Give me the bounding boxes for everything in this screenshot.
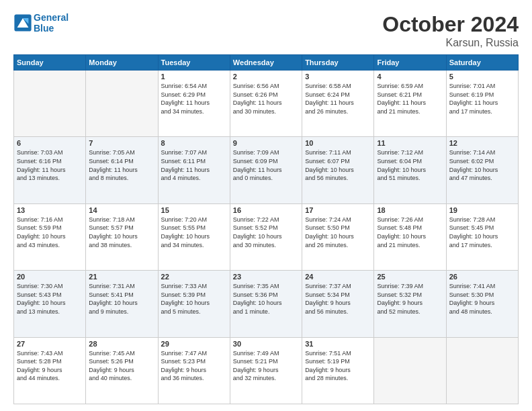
calendar-cell: 18Sunrise: 7:26 AM Sunset: 5:48 PM Dayli…: [374, 203, 446, 270]
calendar-cell: 31Sunrise: 7:51 AM Sunset: 5:19 PM Dayli…: [302, 337, 374, 404]
calendar-cell: 20Sunrise: 7:30 AM Sunset: 5:43 PM Dayli…: [14, 271, 86, 337]
weekday-saturday: Saturday: [446, 55, 518, 71]
calendar-cell: 22Sunrise: 7:33 AM Sunset: 5:39 PM Dayli…: [158, 271, 230, 337]
calendar-cell: 8Sunrise: 7:07 AM Sunset: 6:11 PM Daylig…: [158, 137, 230, 203]
day-info: Sunrise: 7:12 AM Sunset: 6:04 PM Dayligh…: [377, 148, 443, 182]
day-info: Sunrise: 7:30 AM Sunset: 5:43 PM Dayligh…: [17, 282, 83, 316]
day-info: Sunrise: 7:16 AM Sunset: 5:59 PM Dayligh…: [17, 216, 83, 249]
day-info: Sunrise: 7:43 AM Sunset: 5:28 PM Dayligh…: [17, 349, 83, 383]
week-row-4: 20Sunrise: 7:30 AM Sunset: 5:43 PM Dayli…: [14, 271, 519, 337]
day-info: Sunrise: 7:03 AM Sunset: 6:16 PM Dayligh…: [17, 148, 83, 182]
calendar-cell: [14, 71, 86, 137]
day-info: Sunrise: 7:37 AM Sunset: 5:34 PM Dayligh…: [305, 282, 371, 316]
logo: General Blue: [13, 12, 69, 34]
calendar-cell: 17Sunrise: 7:24 AM Sunset: 5:50 PM Dayli…: [302, 203, 374, 270]
calendar-cell: 11Sunrise: 7:12 AM Sunset: 6:04 PM Dayli…: [374, 137, 446, 203]
day-number: 9: [233, 139, 299, 147]
week-row-5: 27Sunrise: 7:43 AM Sunset: 5:28 PM Dayli…: [14, 337, 519, 404]
calendar-cell: 28Sunrise: 7:45 AM Sunset: 5:26 PM Dayli…: [86, 337, 158, 404]
day-info: Sunrise: 7:20 AM Sunset: 5:55 PM Dayligh…: [161, 216, 227, 249]
day-number: 24: [305, 273, 371, 281]
calendar-cell: 16Sunrise: 7:22 AM Sunset: 5:52 PM Dayli…: [230, 203, 302, 270]
day-number: 14: [89, 206, 154, 214]
calendar-cell: 21Sunrise: 7:31 AM Sunset: 5:41 PM Dayli…: [86, 271, 158, 337]
calendar-cell: 10Sunrise: 7:11 AM Sunset: 6:07 PM Dayli…: [302, 137, 374, 203]
day-number: 21: [89, 273, 154, 281]
day-number: 17: [305, 206, 371, 214]
day-info: Sunrise: 7:05 AM Sunset: 6:14 PM Dayligh…: [89, 148, 154, 182]
day-number: 6: [17, 139, 83, 147]
weekday-thursday: Thursday: [302, 55, 374, 71]
calendar-cell: 14Sunrise: 7:18 AM Sunset: 5:57 PM Dayli…: [86, 203, 158, 270]
logo-text: General Blue: [34, 12, 69, 34]
day-info: Sunrise: 7:09 AM Sunset: 6:09 PM Dayligh…: [233, 148, 299, 182]
subtitle: Karsun, Russia: [382, 37, 519, 49]
calendar-cell: 27Sunrise: 7:43 AM Sunset: 5:28 PM Dayli…: [14, 337, 86, 404]
calendar-cell: 3Sunrise: 6:58 AM Sunset: 6:24 PM Daylig…: [302, 71, 374, 137]
page: General Blue October 2024 Karsun, Russia…: [0, 0, 532, 411]
day-info: Sunrise: 7:31 AM Sunset: 5:41 PM Dayligh…: [89, 282, 154, 316]
calendar-cell: 15Sunrise: 7:20 AM Sunset: 5:55 PM Dayli…: [158, 203, 230, 270]
calendar-cell: [446, 337, 518, 404]
day-info: Sunrise: 7:47 AM Sunset: 5:23 PM Dayligh…: [161, 349, 227, 383]
weekday-monday: Monday: [86, 55, 158, 71]
calendar-cell: 6Sunrise: 7:03 AM Sunset: 6:16 PM Daylig…: [14, 137, 86, 203]
day-info: Sunrise: 7:01 AM Sunset: 6:19 PM Dayligh…: [449, 82, 515, 116]
weekday-header-row: SundayMondayTuesdayWednesdayThursdayFrid…: [14, 55, 519, 71]
day-number: 3: [305, 73, 371, 81]
day-number: 29: [161, 340, 227, 348]
day-number: 11: [377, 139, 443, 147]
calendar-cell: 29Sunrise: 7:47 AM Sunset: 5:23 PM Dayli…: [158, 337, 230, 404]
calendar-cell: [86, 71, 158, 137]
day-info: Sunrise: 7:18 AM Sunset: 5:57 PM Dayligh…: [89, 216, 154, 249]
weekday-tuesday: Tuesday: [158, 55, 230, 71]
week-row-1: 1Sunrise: 6:54 AM Sunset: 6:29 PM Daylig…: [14, 71, 519, 137]
day-info: Sunrise: 7:35 AM Sunset: 5:36 PM Dayligh…: [233, 282, 299, 316]
weekday-sunday: Sunday: [14, 55, 86, 71]
day-info: Sunrise: 7:45 AM Sunset: 5:26 PM Dayligh…: [89, 349, 154, 383]
calendar-cell: 1Sunrise: 6:54 AM Sunset: 6:29 PM Daylig…: [158, 71, 230, 137]
day-info: Sunrise: 7:33 AM Sunset: 5:39 PM Dayligh…: [161, 282, 227, 316]
main-title: October 2024: [382, 12, 519, 37]
day-info: Sunrise: 7:24 AM Sunset: 5:50 PM Dayligh…: [305, 216, 371, 249]
day-number: 18: [377, 206, 443, 214]
weekday-wednesday: Wednesday: [230, 55, 302, 71]
day-info: Sunrise: 7:39 AM Sunset: 5:32 PM Dayligh…: [377, 282, 443, 316]
day-number: 7: [89, 139, 154, 147]
calendar-cell: [374, 337, 446, 404]
day-info: Sunrise: 7:11 AM Sunset: 6:07 PM Dayligh…: [305, 148, 371, 182]
calendar-cell: 7Sunrise: 7:05 AM Sunset: 6:14 PM Daylig…: [86, 137, 158, 203]
calendar-cell: 30Sunrise: 7:49 AM Sunset: 5:21 PM Dayli…: [230, 337, 302, 404]
calendar-cell: 19Sunrise: 7:28 AM Sunset: 5:45 PM Dayli…: [446, 203, 518, 270]
day-number: 31: [305, 340, 371, 348]
day-number: 30: [233, 340, 299, 348]
day-number: 4: [377, 73, 443, 81]
day-info: Sunrise: 7:14 AM Sunset: 6:02 PM Dayligh…: [449, 148, 515, 182]
calendar-cell: 23Sunrise: 7:35 AM Sunset: 5:36 PM Dayli…: [230, 271, 302, 337]
day-number: 19: [449, 206, 515, 214]
day-number: 20: [17, 273, 83, 281]
day-number: 15: [161, 206, 227, 214]
day-number: 10: [305, 139, 371, 147]
calendar-cell: 5Sunrise: 7:01 AM Sunset: 6:19 PM Daylig…: [446, 71, 518, 137]
calendar-cell: 2Sunrise: 6:56 AM Sunset: 6:26 PM Daylig…: [230, 71, 302, 137]
day-info: Sunrise: 7:28 AM Sunset: 5:45 PM Dayligh…: [449, 216, 515, 249]
day-number: 5: [449, 73, 515, 81]
day-info: Sunrise: 7:22 AM Sunset: 5:52 PM Dayligh…: [233, 216, 299, 249]
day-number: 2: [233, 73, 299, 81]
day-info: Sunrise: 7:51 AM Sunset: 5:19 PM Dayligh…: [305, 349, 371, 383]
day-info: Sunrise: 6:59 AM Sunset: 6:21 PM Dayligh…: [377, 82, 443, 116]
calendar-cell: 26Sunrise: 7:41 AM Sunset: 5:30 PM Dayli…: [446, 271, 518, 337]
day-info: Sunrise: 6:54 AM Sunset: 6:29 PM Dayligh…: [161, 82, 227, 116]
day-number: 27: [17, 340, 83, 348]
weekday-friday: Friday: [374, 55, 446, 71]
calendar-cell: 25Sunrise: 7:39 AM Sunset: 5:32 PM Dayli…: [374, 271, 446, 337]
day-number: 8: [161, 139, 227, 147]
day-info: Sunrise: 6:58 AM Sunset: 6:24 PM Dayligh…: [305, 82, 371, 116]
week-row-3: 13Sunrise: 7:16 AM Sunset: 5:59 PM Dayli…: [14, 203, 519, 270]
calendar-cell: 12Sunrise: 7:14 AM Sunset: 6:02 PM Dayli…: [446, 137, 518, 203]
day-number: 28: [89, 340, 154, 348]
calendar-cell: 13Sunrise: 7:16 AM Sunset: 5:59 PM Dayli…: [14, 203, 86, 270]
day-number: 26: [449, 273, 515, 281]
calendar-cell: 24Sunrise: 7:37 AM Sunset: 5:34 PM Dayli…: [302, 271, 374, 337]
